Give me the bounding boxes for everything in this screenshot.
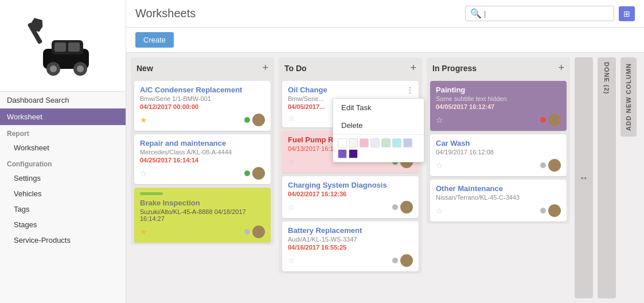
color-swatch-lavender[interactable] [370, 138, 380, 147]
add-card-new-button[interactable]: + [262, 62, 268, 74]
context-menu-delete[interactable]: Delete [333, 116, 424, 134]
svg-rect-3 [54, 42, 66, 52]
avatar-dot [392, 254, 413, 267]
card-date: 04/25/2017 16:14:14 [140, 157, 265, 164]
accent-bar [140, 192, 163, 195]
status-dot [540, 117, 546, 123]
status-dot [244, 170, 250, 176]
color-swatch-pink[interactable] [360, 138, 369, 147]
page-title: Worksheets [135, 7, 196, 20]
star-icon[interactable]: ☆ [288, 157, 295, 166]
sidebar-item-label: Worksheet [7, 112, 42, 121]
svg-point-6 [50, 65, 57, 72]
sidebar-item-label: Worksheet [14, 143, 49, 152]
add-card-todo-button[interactable]: + [410, 62, 416, 74]
sidebar-item-label: Service-Products [14, 236, 71, 244]
sidebar-item-dashboard-search[interactable]: Dashboard Search [0, 92, 126, 108]
kanban-column-inprogress: In Progress + Painting Some subtitle tex… [427, 57, 570, 224]
column-header-inprogress: In Progress + [427, 57, 570, 79]
card-footer: ☆ [288, 201, 413, 213]
star-icon[interactable]: ☆ [288, 203, 295, 212]
add-card-inprogress-button[interactable]: + [558, 62, 564, 74]
search-box[interactable]: 🔍 [465, 6, 614, 21]
color-swatch-green[interactable] [381, 138, 391, 147]
sidebar-item-label: Vehicles [14, 189, 41, 198]
sidebar-item-worksheet-report[interactable]: Worksheet [0, 140, 126, 156]
star-icon[interactable]: ★ [140, 115, 147, 125]
sidebar-item-worksheet-main[interactable]: Worksheet [0, 108, 126, 125]
search-input[interactable] [484, 9, 609, 18]
topbar: Worksheets 🔍 ⊞ [126, 0, 644, 28]
avatar-dot [244, 226, 265, 238]
star-icon[interactable]: ☆ [436, 161, 443, 170]
status-dot [540, 208, 546, 213]
card-date: 04/16/2017 16:55:25 [288, 244, 413, 251]
kanban-column-todo: To Do + ⋮ Oil Change Bmw/Serie... 04/05/… [279, 57, 422, 274]
avatar-dot [392, 201, 413, 213]
card-footer: ★ [140, 226, 265, 238]
card-footer: ☆ [436, 204, 561, 217]
star-icon[interactable]: ☆ [140, 169, 147, 178]
status-dot [244, 229, 250, 235]
card-footer: ★ [140, 114, 265, 126]
star-icon[interactable]: ☆ [436, 206, 443, 215]
sidebar-item-tags[interactable]: Tags [0, 201, 126, 217]
sidebar-section-configuration: Configuration [0, 156, 126, 170]
context-menu-edit-task[interactable]: Edit Task [333, 99, 424, 116]
sidebar-section-report: Report [0, 125, 126, 140]
card-subtitle: Nissan/Terrano/KL-45-C-3443 [436, 194, 561, 201]
star-icon[interactable]: ☆ [288, 256, 295, 265]
status-dot [244, 117, 250, 123]
column-header-new: New + [131, 57, 274, 79]
card-title: A/C Condenser Replacement [140, 86, 265, 94]
color-swatch-white[interactable] [338, 138, 347, 147]
card-footer: ☆ [436, 114, 561, 126]
add-new-column-button[interactable]: ADD NEW COLUMN [620, 57, 637, 137]
column-title-todo: To Do [284, 64, 307, 73]
color-swatch-cyan[interactable] [392, 138, 401, 147]
avatar [400, 254, 413, 267]
column-collapse-button[interactable]: ↔ [575, 57, 593, 298]
arrow-icon: ↔ [579, 173, 588, 183]
sidebar-item-label: Settings [14, 174, 41, 182]
star-icon[interactable]: ☆ [288, 114, 295, 123]
kanban-card-c2[interactable]: Repair and maintenance Mercedes/Class A/… [134, 134, 271, 184]
star-icon[interactable]: ☆ [436, 115, 443, 125]
sidebar-item-service-products[interactable]: Service-Products [0, 232, 126, 248]
view-toggle-button[interactable]: ⊞ [619, 6, 635, 21]
kanban-card-c3[interactable]: Brake Inspection Suzuki/Alto/KL-45-A-888… [134, 188, 271, 243]
card-subtitle: Some subtitle text hidden [436, 95, 561, 102]
kanban-card-c9[interactable]: Car Wash 04/19/2017 16:12:08 ☆ [430, 134, 567, 176]
color-swatch-indigo[interactable] [403, 138, 412, 147]
card-menu-button[interactable]: ⋮ [406, 86, 414, 95]
kanban-card-c10[interactable]: Other Maintenance Nissan/Terrano/KL-45-C… [430, 180, 567, 222]
create-button[interactable]: Create [135, 32, 174, 48]
avatar [252, 226, 265, 238]
avatar-dot [244, 114, 265, 126]
color-swatch-lightgray[interactable] [349, 138, 358, 147]
card-title: Oil Change [288, 86, 413, 94]
search-icon: 🔍 [470, 8, 482, 19]
kanban-column-done[interactable]: DONE (2) [598, 57, 616, 298]
star-icon[interactable]: ★ [140, 227, 147, 236]
card-subtitle: Bmw/Serie 1/1-BMW-001 [140, 95, 265, 102]
app-logo [0, 0, 126, 92]
card-subtitle: Suzuki/Alto/KL-45-A-8888 04/18/2017 16:1… [140, 208, 265, 222]
sidebar-item-stages[interactable]: Stages [0, 217, 126, 232]
column-cards-todo: ⋮ Oil Change Bmw/Serie... 04/05/2017... … [279, 79, 422, 274]
color-swatch-darkpurple[interactable] [349, 149, 358, 158]
card-title: Brake Inspection [140, 199, 265, 207]
kanban-card-c8[interactable]: Painting Some subtitle text hidden 04/05… [430, 81, 567, 131]
sidebar: Dashboard Search Worksheet Report Worksh… [0, 0, 126, 303]
kanban-card-c1[interactable]: A/C Condenser Replacement Bmw/Serie 1/1-… [134, 81, 271, 131]
color-swatch-purple[interactable] [338, 149, 347, 158]
sidebar-item-settings[interactable]: Settings [0, 170, 126, 186]
avatar [252, 167, 265, 180]
kanban-card-c7[interactable]: Battery Replacement Audi/A1/KL-15-WS-334… [282, 222, 419, 271]
avatar [548, 204, 561, 217]
kanban-card-c6[interactable]: Charging System Diagnosis 04/02/2017 16:… [282, 176, 419, 218]
done-label: DONE (2) [603, 62, 610, 94]
sidebar-item-vehicles[interactable]: Vehicles [0, 186, 126, 201]
kanban-card-c4[interactable]: ⋮ Oil Change Bmw/Serie... 04/05/2017... … [282, 81, 419, 127]
avatar [252, 114, 265, 126]
